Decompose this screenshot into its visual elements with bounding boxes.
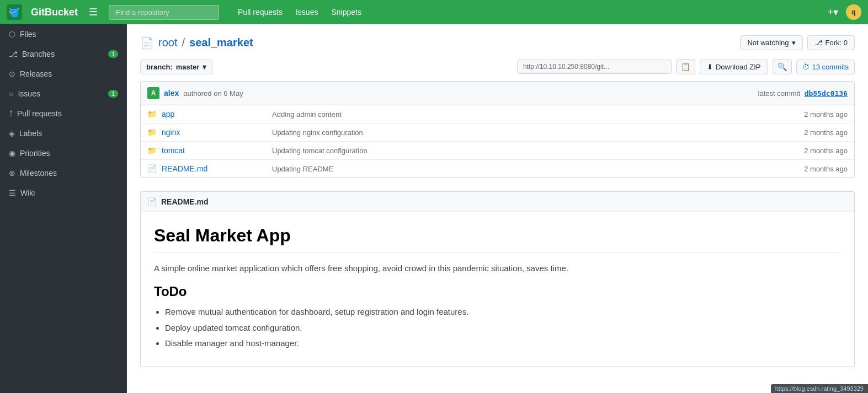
file-name-link[interactable]: app [162,110,272,119]
commits-icon: ⏱ [802,63,810,71]
list-item: Disable manager and host-manager. [165,337,841,350]
fork-icon: ⎇ [814,39,823,47]
file-time: 2 months ago [804,165,848,173]
file-commit-message: Updating nginx configuration [272,128,804,137]
search-files-button[interactable]: 🔍 [773,59,792,74]
commit-action: authored on 6 May [183,89,243,98]
fork-label: Fork: 0 [826,39,848,47]
labels-icon: ◈ [9,129,15,138]
branch-dropdown-icon: ▾ [203,63,206,71]
readme-section: 📄 README.md Seal Market App A simple onl… [140,191,855,367]
main-content: 📄 root / seal_market Not watching ▾ ⎇ Fo… [127,24,868,393]
copy-url-button[interactable]: 📋 [676,59,695,74]
sidebar-label-branches: Branches [22,50,55,58]
sidebar-badge-branches: 1 [108,50,118,58]
repo-title: 📄 root / seal_market [140,36,253,50]
commit-author: A alex authored on 6 May [147,87,243,99]
topnav-links: Pull requests Issues Snippets [232,4,367,20]
pull-requests-icon: ⤴ [9,109,13,118]
sidebar-label-wiki: Wiki [20,189,35,197]
sidebar-item-wiki[interactable]: ☰ Wiki [0,183,127,203]
repo-separator: / [182,36,185,49]
repo-header: 📄 root / seal_market Not watching ▾ ⎇ Fo… [140,35,855,50]
snippets-link[interactable]: Snippets [326,4,366,20]
watch-button[interactable]: Not watching ▾ [740,35,802,50]
releases-icon: ⊙ [9,69,15,78]
sidebar: ⬡ Files ⎇ Branches 1 ⊙ Releases ○ Issues… [0,24,127,393]
list-item: Deploy updated tomcat configuration. [165,322,841,335]
table-row: 📄 README.md Updating README 2 months ago [141,160,854,177]
sidebar-item-labels[interactable]: ◈ Labels [0,123,127,143]
commit-author-name[interactable]: alex [164,89,179,98]
readme-todo-heading: ToDo [154,284,841,299]
watch-label: Not watching [747,39,789,47]
commit-avatar: A [147,87,159,99]
download-icon: ⬇ [707,63,713,71]
readme-todo-list: Remove mutual authentication for dashboa… [154,306,841,350]
commit-hash[interactable]: db85dc0136 [805,89,848,98]
wiki-icon: ☰ [9,189,16,197]
sidebar-item-pull-requests[interactable]: ⤴ Pull requests [0,104,127,123]
repo-name[interactable]: seal_market [189,36,253,49]
logo-text[interactable]: GitBucket [31,7,78,18]
file-time: 2 months ago [804,128,848,137]
file-table: 📁 app Adding admin content 2 months ago … [140,105,855,178]
download-zip-button[interactable]: ⬇ Download ZIP [700,60,768,74]
sidebar-item-issues[interactable]: ○ Issues 1 [0,84,127,104]
issues-link[interactable]: Issues [290,4,323,20]
repo-owner-link[interactable]: root [158,36,177,49]
commit-hash-label: latest commit [758,89,801,98]
sidebar-item-priorities[interactable]: ◉ Priorities [0,143,127,163]
issues-icon: ○ [9,89,13,98]
sidebar-label-issues: Issues [18,89,40,98]
readme-title: Seal Market App [154,225,841,253]
folder-icon: 📁 [147,128,156,137]
file-name-link[interactable]: README.md [162,164,272,173]
file-time: 2 months ago [804,110,848,119]
hamburger-button[interactable]: ☰ [87,4,100,20]
list-item: Remove mutual authentication for dashboa… [165,306,841,319]
topnav-right: +▾ q [824,4,861,20]
sidebar-label-pull-requests: Pull requests [17,109,62,118]
commits-count: 13 commits [812,63,849,71]
readme-body: Seal Market App A simple online market a… [140,212,855,367]
file-commit-message: Updating README [272,165,804,173]
file-commit-message: Updating tomcat configuration [272,147,804,155]
sidebar-item-branches[interactable]: ⎇ Branches 1 [0,44,127,64]
topnav: 🪣 GitBucket ☰ Pull requests Issues Snipp… [0,0,868,24]
plus-button[interactable]: +▾ [824,4,842,20]
branch-bar: branch: master ▾ 📋 ⬇ Download ZIP 🔍 ⏱ 13… [140,59,855,74]
sidebar-item-files[interactable]: ⬡ Files [0,24,127,44]
sidebar-item-milestones[interactable]: ⊗ Milestones [0,163,127,183]
logo-icon: 🪣 [7,4,22,20]
readme-filename: README.md [161,197,209,206]
folder-icon: 📁 [147,146,156,155]
milestones-icon: ⊗ [9,169,15,177]
search-input[interactable] [109,5,219,20]
files-icon: ⬡ [9,30,15,39]
repo-icon: 📄 [140,36,154,50]
file-name-link[interactable]: nginx [162,128,272,137]
download-label: Download ZIP [716,63,761,71]
clone-url-input[interactable] [517,60,672,74]
sidebar-item-releases[interactable]: ⊙ Releases [0,64,127,84]
sidebar-label-releases: Releases [20,69,52,78]
fork-button[interactable]: ⎇ Fork: 0 [807,35,855,50]
pull-requests-link[interactable]: Pull requests [232,4,288,20]
commit-info: A alex authored on 6 May latest commit d… [140,81,855,105]
sidebar-label-priorities: Priorities [20,149,50,158]
branch-select-button[interactable]: branch: master ▾ [140,60,212,74]
sidebar-badge-issues: 1 [108,90,118,98]
readme-description: A simple online market application which… [154,262,841,275]
sidebar-label-milestones: Milestones [20,169,57,177]
commits-button[interactable]: ⏱ 13 commits [796,60,855,74]
table-row: 📁 app Adding admin content 2 months ago [141,105,854,123]
statusbar: https://blog.esdn.rating_3493329 [771,384,868,393]
folder-icon: 📁 [147,110,156,119]
table-row: 📁 tomcat Updating tomcat configuration 2… [141,142,854,160]
branches-icon: ⎇ [9,50,18,58]
file-commit-message: Adding admin content [272,110,804,119]
layout: ⬡ Files ⎇ Branches 1 ⊙ Releases ○ Issues… [0,24,868,393]
avatar[interactable]: q [846,4,861,20]
file-name-link[interactable]: tomcat [162,146,272,155]
